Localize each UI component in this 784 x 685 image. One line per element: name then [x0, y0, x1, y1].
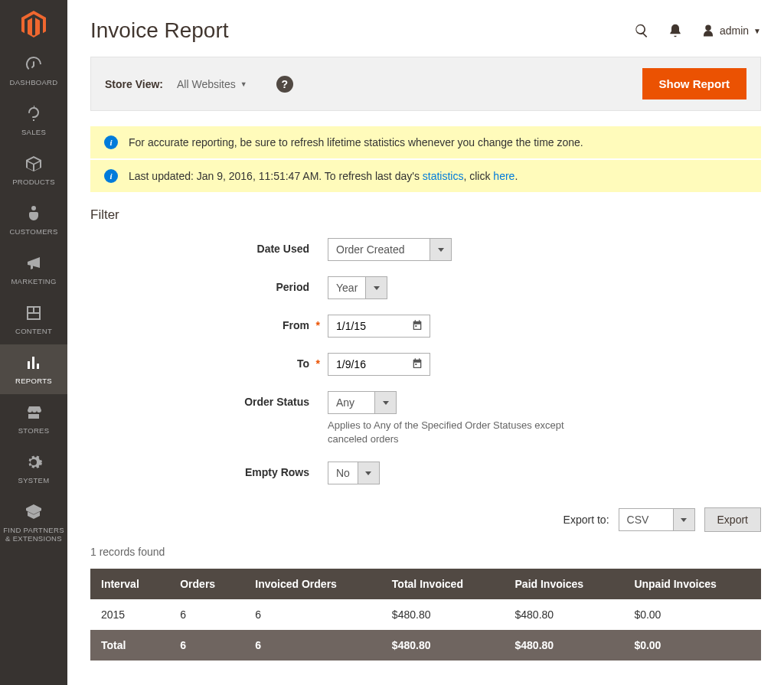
- dropdown-toggle[interactable]: [430, 239, 451, 260]
- field-order-status: Order Status Any Applies to Any of the S…: [90, 391, 761, 446]
- date-used-select[interactable]: Order Created: [328, 238, 452, 261]
- col-orders: Orders: [169, 569, 244, 599]
- chevron-down-icon: ▼: [753, 27, 761, 35]
- nav-products[interactable]: PRODUCTS: [0, 145, 67, 195]
- field-label: Order Status: [90, 391, 328, 408]
- calendar-icon[interactable]: [405, 354, 430, 375]
- nav-label: DASHBOARD: [10, 78, 58, 86]
- header-actions: admin ▼: [634, 23, 761, 38]
- calendar-icon[interactable]: [405, 316, 430, 337]
- field-to: To: [90, 353, 761, 376]
- nav-label: CONTENT: [15, 327, 52, 335]
- dropdown-toggle[interactable]: [358, 462, 379, 484]
- table-header-row: Interval Orders Invoiced Orders Total In…: [90, 569, 761, 599]
- invoice-report-table: Interval Orders Invoiced Orders Total In…: [90, 569, 761, 661]
- store-view-dropdown[interactable]: All Websites ▼: [177, 78, 247, 90]
- search-icon[interactable]: [634, 23, 649, 38]
- field-label: Period: [90, 276, 328, 293]
- nav-label: STORES: [18, 426, 50, 435]
- dropdown-toggle[interactable]: [374, 392, 396, 413]
- field-label: From: [90, 315, 328, 331]
- admin-username: admin: [720, 24, 749, 37]
- dropdown-toggle[interactable]: [365, 277, 387, 298]
- field-label: Date Used: [90, 238, 328, 255]
- nav-reports[interactable]: REPORTS: [0, 344, 67, 394]
- page-title: Invoice Report: [90, 18, 229, 43]
- nav-label: SALES: [21, 128, 46, 136]
- col-total-invoiced: Total Invoiced: [381, 569, 505, 599]
- nav-label: CUSTOMERS: [9, 227, 57, 236]
- col-interval: Interval: [90, 569, 169, 599]
- info-message: i For accurate reporting, be sure to ref…: [90, 126, 761, 158]
- field-from: From: [90, 315, 761, 338]
- to-input[interactable]: [328, 354, 405, 375]
- filter-section: Filter Date Used Order Created Period Ye…: [67, 192, 784, 484]
- nav-dashboard[interactable]: DASHBOARD: [0, 46, 67, 96]
- nav-sales[interactable]: SALES: [0, 96, 67, 145]
- nav-partners[interactable]: FIND PARTNERS & EXTENSIONS: [0, 494, 67, 552]
- main-content: Invoice Report admin ▼ Store View: All W…: [67, 0, 784, 685]
- info-message: i Last updated: Jan 9, 2016, 11:51:47 AM…: [90, 160, 761, 192]
- export-button[interactable]: Export: [704, 507, 761, 532]
- period-select[interactable]: Year: [328, 276, 387, 299]
- field-label: Empty Rows: [90, 462, 328, 478]
- notifications-icon[interactable]: [668, 23, 683, 38]
- order-status-select[interactable]: Any: [328, 391, 397, 414]
- info-icon: i: [104, 169, 118, 183]
- col-paid-invoices: Paid Invoices: [505, 569, 624, 599]
- admin-sidebar: DASHBOARD SALES PRODUCTS CUSTOMERS MARKE…: [0, 0, 67, 685]
- nav-label: PRODUCTS: [12, 178, 55, 186]
- help-icon[interactable]: ?: [276, 76, 293, 93]
- dropdown-toggle[interactable]: [673, 509, 694, 530]
- nav-label: MARKETING: [11, 277, 56, 285]
- export-label: Export to:: [564, 514, 609, 526]
- store-view-label: Store View:: [105, 78, 163, 90]
- nav-customers[interactable]: CUSTOMERS: [0, 195, 67, 245]
- empty-rows-select[interactable]: No: [328, 462, 380, 484]
- records-count: 1 records found: [67, 540, 784, 564]
- statistics-link[interactable]: statistics: [423, 170, 464, 182]
- page-header: Invoice Report admin ▼: [67, 0, 784, 57]
- table-row: 2015 6 6 $480.80 $480.80 $0.00: [90, 599, 761, 630]
- filter-heading: Filter: [90, 207, 761, 223]
- magento-logo[interactable]: [18, 9, 49, 40]
- show-report-button[interactable]: Show Report: [642, 68, 747, 99]
- to-date-input[interactable]: [328, 353, 430, 376]
- field-label: To: [90, 353, 328, 370]
- field-hint: Applies to Any of the Specified Order St…: [328, 419, 596, 446]
- nav-marketing[interactable]: MARKETING: [0, 245, 67, 295]
- admin-account-dropdown[interactable]: admin ▼: [701, 24, 761, 38]
- info-icon: i: [104, 135, 118, 149]
- field-empty-rows: Empty Rows No: [90, 462, 761, 484]
- export-format-select[interactable]: CSV: [619, 508, 695, 531]
- field-date-used: Date Used Order Created: [90, 238, 761, 261]
- col-unpaid-invoices: Unpaid Invoices: [623, 569, 761, 599]
- nav-content[interactable]: CONTENT: [0, 295, 67, 344]
- from-input[interactable]: [328, 315, 405, 337]
- col-invoiced-orders: Invoiced Orders: [244, 569, 381, 599]
- nav-stores[interactable]: STORES: [0, 394, 67, 444]
- message-text: For accurate reporting, be sure to refre…: [129, 136, 583, 148]
- nav-label: REPORTS: [15, 377, 52, 385]
- nav-label: FIND PARTNERS & EXTENSIONS: [3, 526, 64, 543]
- export-bar: Export to: CSV Export: [67, 500, 784, 540]
- nav-system[interactable]: SYSTEM: [0, 444, 67, 494]
- chevron-down-icon: ▼: [240, 80, 247, 88]
- nav-label: SYSTEM: [18, 476, 50, 484]
- report-toolbar: Store View: All Websites ▼ ? Show Report: [90, 57, 761, 111]
- table-totals-row: Total 6 6 $480.80 $480.80 $0.00: [90, 630, 761, 661]
- from-date-input[interactable]: [328, 315, 430, 338]
- refresh-link[interactable]: here: [493, 170, 514, 182]
- message-text: Last updated: Jan 9, 2016, 11:51:47 AM. …: [129, 170, 518, 182]
- field-period: Period Year: [90, 276, 761, 299]
- user-icon: [701, 24, 715, 38]
- store-view-switcher: Store View: All Websites ▼ ?: [105, 76, 293, 93]
